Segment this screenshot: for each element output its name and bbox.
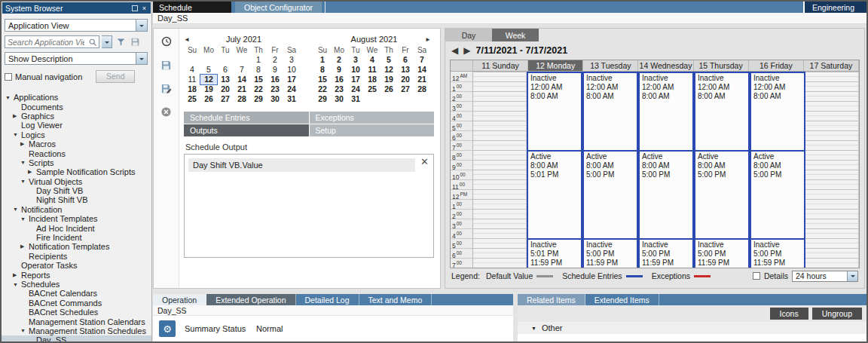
schedule-block[interactable]: Inactive5:00 PM11:59 PM xyxy=(584,238,637,268)
previous-week-icon[interactable]: ◀ xyxy=(451,46,458,55)
calendar-day-cell[interactable]: 6 xyxy=(217,65,234,75)
calendar-day-cell[interactable]: 10 xyxy=(347,65,364,75)
tree-item-virtual-objects[interactable]: ▼Virtual Objects xyxy=(2,177,151,186)
schedule-block[interactable]: Active8:00 AM5:00 PM xyxy=(695,150,748,238)
tree-item-bacnet-commands[interactable]: BACnet Commands xyxy=(2,299,151,308)
expanded-arrow-icon[interactable]: ▼ xyxy=(13,207,21,212)
collapsed-arrow-icon[interactable]: ▶ xyxy=(20,243,29,250)
day-column[interactable] xyxy=(473,72,527,268)
ungroup-button[interactable]: Ungroup xyxy=(812,308,862,320)
details-checkbox[interactable] xyxy=(753,272,760,280)
view-select[interactable]: Application View xyxy=(5,19,148,32)
icons-button[interactable]: Icons xyxy=(770,308,808,320)
schedule-block[interactable]: Inactive5:00 PM11:59 PM xyxy=(640,238,692,268)
clock-icon[interactable] xyxy=(160,35,173,48)
tree-item-bacnet-calendars[interactable]: BACnet Calendars xyxy=(2,289,151,298)
calendar-day-cell[interactable]: 10 xyxy=(283,65,300,75)
calendar-day-cell[interactable]: 22 xyxy=(250,84,267,94)
schedule-block[interactable]: Active8:00 AM5:00 PM xyxy=(640,150,692,238)
calendar-day-cell[interactable]: 31 xyxy=(347,94,364,104)
tab-detailed-log[interactable]: Detailed Log xyxy=(296,294,359,305)
calendar-day-cell[interactable]: 29 xyxy=(250,94,267,104)
next-week-icon[interactable]: ▶ xyxy=(463,46,470,55)
expanded-arrow-icon[interactable]: ▼ xyxy=(531,326,536,331)
calendar-day-cell[interactable]: 5 xyxy=(200,65,217,75)
collapsed-arrow-icon[interactable]: ▶ xyxy=(13,113,21,119)
tab-text-and-memo[interactable]: Text and Memo xyxy=(359,294,432,305)
schedule-block[interactable]: Inactive12:00 AM8:00 AM xyxy=(640,72,692,150)
calendar-day-cell[interactable]: 26 xyxy=(200,94,217,104)
calendar-day-cell[interactable]: 29 xyxy=(314,94,331,104)
schedule-block[interactable]: Active8:00 AM5:01 PM xyxy=(528,150,581,238)
day-header[interactable]: 17 Saturday xyxy=(804,60,859,71)
calendar-day-cell[interactable]: 3 xyxy=(347,55,364,65)
day-header[interactable]: 12 Monday xyxy=(528,60,583,71)
range-select[interactable]: 24 hours xyxy=(792,271,858,282)
tab-extended-operation[interactable]: Extended Operation xyxy=(206,294,295,305)
expanded-arrow-icon[interactable]: ▼ xyxy=(5,95,14,100)
calendar-day-cell[interactable]: 28 xyxy=(234,94,250,104)
calendar-day-cell[interactable]: 24 xyxy=(347,84,364,94)
calendar-day-cell[interactable]: 21 xyxy=(414,75,430,84)
send-button[interactable]: Send xyxy=(96,70,135,83)
calendar-day-cell[interactable]: 27 xyxy=(217,94,234,104)
calendar-day-cell[interactable]: 27 xyxy=(397,84,414,94)
calendar-day-cell[interactable]: 6 xyxy=(397,55,414,65)
tree-item-ad-hoc-incident[interactable]: Ad Hoc Incident xyxy=(2,223,151,232)
calendar-day-cell[interactable]: 30 xyxy=(331,94,347,104)
calendar-day-cell[interactable]: 13 xyxy=(397,65,414,75)
collapsed-arrow-icon[interactable]: ▶ xyxy=(20,141,29,147)
calendar-day-cell[interactable]: 20 xyxy=(397,75,414,84)
calendar-day-cell[interactable]: 16 xyxy=(267,75,283,84)
tree-item-bacnet-schedules[interactable]: BACnet Schedules xyxy=(2,308,151,317)
save-icon[interactable] xyxy=(160,58,173,72)
schedule-block[interactable]: Inactive12:00 AM8:00 AM xyxy=(751,72,804,150)
tab-extended-items[interactable]: Extended Items xyxy=(585,294,659,305)
calendar-day-cell[interactable]: 2 xyxy=(331,55,347,65)
calendar-day-cell[interactable]: 25 xyxy=(364,84,381,94)
calendar-day-cell[interactable]: 15 xyxy=(250,75,267,84)
gear-icon[interactable]: ⚙ xyxy=(159,320,176,337)
tree-item-schedules[interactable]: ▼Schedules xyxy=(2,280,151,289)
schedule-block[interactable]: Inactive5:00 PM11:59 PM xyxy=(695,238,748,268)
calendar-day-cell[interactable]: 20 xyxy=(217,84,234,94)
tab-outputs[interactable]: Outputs xyxy=(184,124,309,136)
tree-item-operator-tasks[interactable]: Operator Tasks xyxy=(2,261,151,270)
calendar-day-cell[interactable]: 14 xyxy=(414,65,430,75)
description-select[interactable]: Show Description xyxy=(5,52,148,65)
calendar-day-cell[interactable]: 23 xyxy=(267,84,283,94)
calendar-day-cell[interactable]: 3 xyxy=(283,55,300,65)
day-column[interactable] xyxy=(805,72,859,268)
tree-item-documents[interactable]: Documents xyxy=(2,102,151,111)
tree-item-fire-incident[interactable]: Fire Incident xyxy=(2,233,151,242)
calendar-day-cell[interactable]: 7 xyxy=(414,55,430,65)
search-input[interactable] xyxy=(5,38,87,47)
calendar-day-cell[interactable]: 23 xyxy=(331,84,347,94)
calendar-day-cell[interactable]: 5 xyxy=(381,55,397,65)
calendar-day-cell[interactable]: 14 xyxy=(234,75,250,84)
tree-item-reports[interactable]: ▶Reports xyxy=(2,270,151,279)
tree-item-management-station-schedules[interactable]: ▼Management Station Schedules xyxy=(2,326,151,335)
tree-item-log-viewer[interactable]: Log Viewer xyxy=(2,121,151,130)
day-column[interactable]: Inactive12:00 AM8:00 AMActive8:00 AM5:00… xyxy=(750,72,805,268)
tab-schedule-entries[interactable]: Schedule Entries xyxy=(184,112,309,124)
output-item[interactable]: Day Shift VB.Value xyxy=(188,158,415,172)
calendar-day-cell[interactable]: 13 xyxy=(217,75,234,84)
tree-item-graphics[interactable]: ▶Graphics xyxy=(2,112,151,121)
tab-week[interactable]: Week xyxy=(492,29,539,41)
schedule-block[interactable]: Inactive12:00 AM8:00 AM xyxy=(695,72,748,150)
collapsed-arrow-icon[interactable]: ▶ xyxy=(28,169,36,175)
tree-item-reactions[interactable]: Reactions xyxy=(2,149,151,158)
remove-output-icon[interactable]: ✕ xyxy=(420,157,429,167)
day-column[interactable]: Inactive12:00 AM8:00 AMActive8:00 AM5:01… xyxy=(527,72,582,268)
calendar-day-cell[interactable]: 7 xyxy=(234,65,250,75)
tab-schedule[interactable]: Schedule xyxy=(153,2,231,13)
tab-exceptions[interactable]: Exceptions xyxy=(310,112,435,124)
chevron-down-icon[interactable] xyxy=(136,20,147,31)
tree-item-incident-templates[interactable]: ▼Incident Templates xyxy=(2,214,151,223)
calendar-day-cell[interactable]: 9 xyxy=(267,65,283,75)
prev-month-icon[interactable]: ◄ xyxy=(184,36,193,43)
calendar-day-cell[interactable]: 12 xyxy=(381,65,397,75)
schedule-block[interactable]: Active8:00 AM5:00 PM xyxy=(584,150,637,238)
save-icon[interactable] xyxy=(129,36,141,48)
